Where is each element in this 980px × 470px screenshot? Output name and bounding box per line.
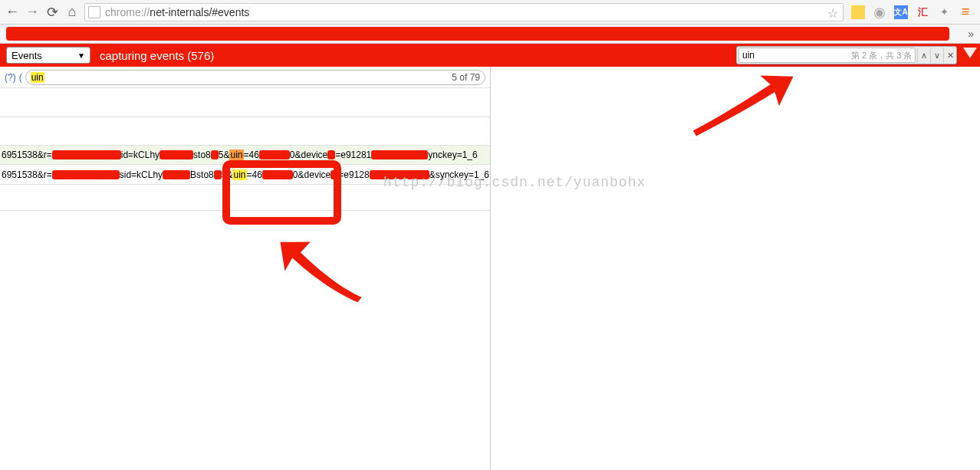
puzzle-icon[interactable]: ✦ [937, 5, 951, 19]
filter-paren: ( [19, 72, 22, 83]
find-match-count: 第 2 条，共 3 条 [848, 50, 915, 61]
section-dropdown-label: Events [12, 50, 42, 61]
home-button[interactable]: ⌂ [64, 5, 80, 20]
filter-help-link[interactable]: (?) [5, 72, 16, 83]
ext-icon-hui[interactable]: 汇 [916, 5, 929, 19]
filter-result-count: 5 of 79 [449, 72, 480, 83]
find-input-wrap: 第 2 条，共 3 条 [738, 48, 916, 63]
table-header-spacer [0, 96, 490, 117]
bookmark-star-icon[interactable]: ☆ [827, 6, 840, 18]
find-next-button[interactable]: ∨ [930, 48, 943, 63]
address-bar[interactable]: chrome://net-internals/#events ☆ [84, 3, 844, 21]
details-pane [491, 67, 980, 470]
extension-tray: ◉ 文A 汇 ✦ ≡ [848, 5, 975, 19]
browser-toolbar: ← → ⟳ ⌂ chrome://net-internals/#events ☆… [0, 0, 980, 25]
menu-icon[interactable]: ≡ [959, 5, 972, 19]
reload-button[interactable]: ⟳ [44, 5, 60, 20]
forward-button[interactable]: → [25, 5, 40, 20]
filter-input[interactable]: uin 5 of 79 [25, 70, 485, 85]
result-area: 6951538&r= id=kCLhy sto8 5&uin =46 0&dev… [0, 88, 490, 211]
match-highlight: uin [229, 150, 243, 160]
find-input[interactable] [739, 50, 848, 61]
capture-status: capturing events (576) [100, 49, 214, 62]
translate-icon[interactable]: 文A [894, 5, 908, 19]
section-dropdown[interactable]: Events [6, 47, 90, 64]
events-toolbar: Events capturing events (576) 第 2 条，共 3 … [0, 44, 980, 67]
ext-icon-gray[interactable]: ◉ [873, 5, 886, 19]
url-text: chrome://net-internals/#events [105, 6, 827, 18]
find-close-button[interactable]: ✕ [943, 48, 956, 63]
page-icon [88, 6, 100, 18]
filter-row: (?) ( uin 5 of 79 [0, 67, 490, 88]
back-button[interactable]: ← [5, 5, 20, 20]
bookmarks-overflow[interactable]: » [968, 28, 974, 40]
filter-value: uin [31, 72, 44, 83]
watermark-text: http://blog.csdn.net/yuanbohx [383, 175, 646, 190]
find-prev-button[interactable]: ∧ [917, 48, 930, 63]
events-list-pane: (?) ( uin 5 of 79 6951538&r= id=kCLhy st… [0, 67, 491, 470]
dropdown-toggle-icon[interactable] [963, 48, 977, 58]
find-in-page-bar: 第 2 条，共 3 条 ∧ ∨ ✕ [736, 46, 957, 64]
ext-icon-notes[interactable] [851, 5, 865, 19]
annotation-arrow-1 [265, 216, 379, 332]
redaction-bookmarks [6, 27, 949, 41]
content-area: (?) ( uin 5 of 79 6951538&r= id=kCLhy st… [0, 67, 980, 470]
bookmarks-bar: » [0, 25, 980, 44]
annotation-box [222, 160, 341, 225]
